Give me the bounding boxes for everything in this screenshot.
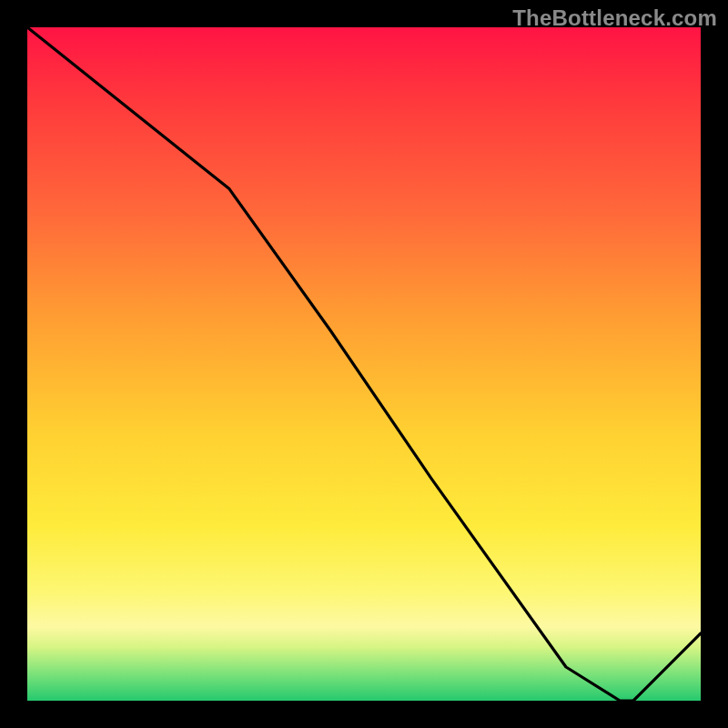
bottleneck-line [27, 27, 701, 701]
plot-area [27, 27, 701, 701]
chart-svg [27, 27, 701, 701]
chart-stage: TheBottleneck.com [0, 0, 728, 728]
